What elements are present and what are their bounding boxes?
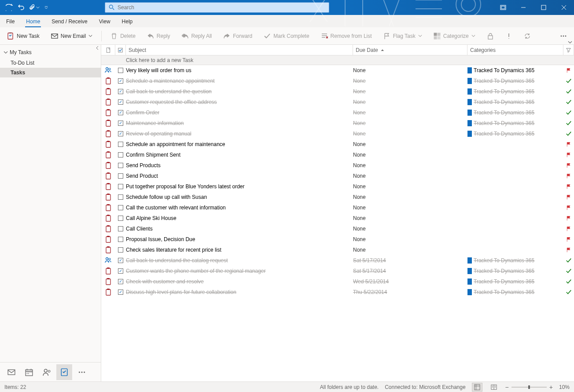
task-complete-checkbox[interactable] (115, 258, 126, 263)
ribbon-expand-button[interactable] (568, 41, 572, 44)
task-row[interactable]: Discuss high level plans for future coll… (101, 287, 574, 297)
task-row[interactable]: Confirm Shipment SentNone (101, 150, 574, 160)
task-flag[interactable] (563, 236, 574, 242)
menu-view[interactable]: View (98, 16, 111, 27)
menu-file[interactable]: File (5, 16, 15, 27)
task-flag[interactable] (563, 247, 574, 253)
task-row[interactable]: Maintenance informationNoneTracked To Dy… (101, 118, 574, 128)
col-header-categories[interactable]: Categories (467, 45, 563, 55)
task-row[interactable]: Send ProductsNone (101, 160, 574, 171)
task-flag[interactable] (563, 152, 574, 158)
task-complete-checkbox[interactable] (115, 68, 126, 73)
sync-button[interactable] (4, 2, 15, 13)
recurrence-button[interactable] (521, 31, 534, 41)
reply-button[interactable]: Reply (144, 31, 173, 41)
flag-task-button[interactable]: Flag Task (381, 31, 425, 41)
task-complete-checkbox[interactable] (115, 142, 126, 147)
col-header-flag[interactable] (563, 45, 574, 55)
priority-button[interactable] (503, 31, 515, 41)
mark-complete-button[interactable]: Mark Complete (261, 31, 312, 41)
task-row[interactable]: Schedule a maintenance appointmentNoneTr… (101, 76, 574, 86)
task-complete-checkbox[interactable] (115, 226, 126, 231)
nav-people[interactable] (39, 364, 55, 380)
undo-button[interactable] (16, 2, 27, 13)
task-list[interactable]: Very likely will order from usNoneTracke… (101, 65, 574, 381)
task-flag[interactable] (563, 226, 574, 232)
nav-more[interactable] (74, 364, 90, 380)
private-button[interactable] (484, 31, 497, 41)
task-complete-checkbox[interactable] (115, 152, 126, 158)
sidebar-collapse-button[interactable] (96, 46, 99, 50)
task-row[interactable]: Call ClientsNone (101, 223, 574, 234)
task-row[interactable]: Proposal Issue, Decision DueNone (101, 234, 574, 245)
col-header-icon[interactable] (101, 45, 115, 55)
task-flag[interactable] (563, 120, 574, 126)
task-row[interactable]: Schedule follow up call with SusanNone (101, 192, 574, 202)
task-flag[interactable] (563, 194, 574, 200)
task-flag[interactable] (563, 131, 574, 137)
search-input[interactable] (118, 4, 325, 11)
new-email-button[interactable]: New Email (48, 31, 95, 41)
nav-mail[interactable] (4, 364, 19, 380)
task-flag[interactable] (563, 278, 574, 285)
task-flag[interactable] (563, 141, 574, 147)
task-complete-checkbox[interactable] (115, 89, 126, 94)
close-button[interactable] (554, 0, 574, 15)
reply-all-button[interactable]: Reply All (179, 31, 215, 41)
task-complete-checkbox[interactable] (115, 99, 126, 105)
new-task-button[interactable]: New Task (4, 31, 42, 41)
task-row[interactable]: Check sales literature for recent price … (101, 245, 574, 255)
categorize-button[interactable]: Categorize (431, 31, 478, 41)
task-complete-checkbox[interactable] (115, 279, 126, 284)
task-flag[interactable] (563, 78, 574, 84)
task-row[interactable]: Check with customer and resolveWed 5/21/… (101, 276, 574, 287)
task-flag[interactable] (563, 67, 574, 73)
task-row[interactable]: Confirm OrderNoneTracked To Dynamics 365 (101, 107, 574, 118)
nav-calendar[interactable] (21, 364, 37, 380)
add-task-row[interactable]: Click here to add a new Task (101, 55, 574, 65)
task-complete-checkbox[interactable] (115, 289, 126, 295)
zoom-slider[interactable]: − + (505, 384, 553, 391)
task-row[interactable]: Send ProductNone (101, 171, 574, 181)
task-flag[interactable] (563, 88, 574, 95)
menu-help[interactable]: Help (121, 16, 134, 27)
sidebar-item-todo-list[interactable]: To-Do List (0, 58, 101, 68)
view-reading-button[interactable] (489, 383, 499, 392)
delete-button[interactable]: Delete (108, 31, 138, 41)
task-complete-checkbox[interactable] (115, 194, 126, 200)
task-complete-checkbox[interactable] (115, 78, 126, 84)
task-flag[interactable] (563, 173, 574, 179)
task-row[interactable]: Very likely will order from usNoneTracke… (101, 65, 574, 76)
task-flag[interactable] (563, 205, 574, 211)
task-flag[interactable] (563, 110, 574, 116)
view-normal-button[interactable] (472, 383, 482, 392)
task-row[interactable]: Call Alpine Ski HouseNone (101, 213, 574, 223)
forward-button[interactable]: Forward (221, 31, 255, 41)
task-row[interactable]: Call back to understand the questionNone… (101, 86, 574, 97)
task-complete-checkbox[interactable] (115, 163, 126, 168)
task-complete-checkbox[interactable] (115, 121, 126, 126)
search-box[interactable] (105, 2, 329, 13)
task-flag[interactable] (563, 268, 574, 274)
sidebar-header-my-tasks[interactable]: My Tasks (0, 45, 101, 58)
task-complete-checkbox[interactable] (115, 247, 126, 253)
task-row[interactable]: Customer requested the office addressNon… (101, 97, 574, 107)
task-complete-checkbox[interactable] (115, 110, 126, 115)
task-complete-checkbox[interactable] (115, 131, 126, 136)
task-flag[interactable] (563, 257, 574, 264)
task-row[interactable]: Customer wants the phone number of the r… (101, 266, 574, 276)
menu-send-receive[interactable]: Send / Receive (51, 16, 88, 27)
task-complete-checkbox[interactable] (115, 173, 126, 179)
task-flag[interactable] (563, 215, 574, 221)
remove-from-list-button[interactable]: Remove from List (318, 31, 375, 41)
task-row[interactable]: Schedule an appointment for maintenanceN… (101, 139, 574, 150)
task-complete-checkbox[interactable] (115, 205, 126, 210)
task-complete-checkbox[interactable] (115, 216, 126, 221)
task-flag[interactable] (563, 99, 574, 105)
col-header-subject[interactable]: Subject (126, 45, 353, 55)
qat-customize[interactable] (40, 2, 52, 13)
nav-tasks[interactable] (56, 364, 72, 380)
task-flag[interactable] (563, 183, 574, 190)
ribbon-more-button[interactable] (557, 31, 570, 41)
col-header-due-date[interactable]: Due Date (353, 45, 467, 55)
